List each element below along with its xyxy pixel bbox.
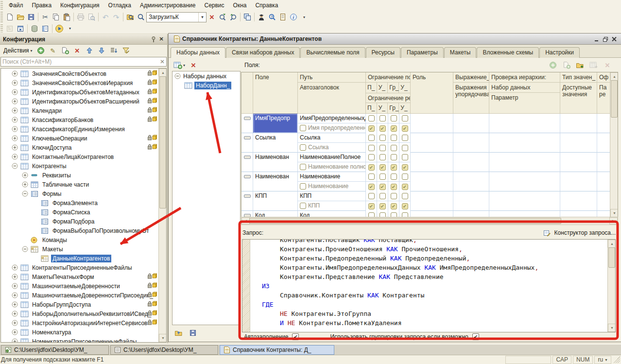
- search-help-icon[interactable]: ?: [267, 12, 277, 22]
- role-cell[interactable]: [411, 133, 453, 153]
- tree-item[interactable]: ДанныеКонтрагентов: [1, 254, 159, 263]
- flag-checkbox[interactable]: [368, 184, 375, 190]
- flag-checkbox[interactable]: [380, 135, 386, 141]
- flag-checkbox[interactable]: [368, 125, 375, 132]
- tree-item[interactable]: МакетыПечатныхФорм: [1, 272, 159, 281]
- flag-checkbox[interactable]: [368, 135, 375, 141]
- tree-item[interactable]: Формы: [1, 189, 159, 198]
- delete-dataset-icon[interactable]: ✕: [188, 60, 199, 70]
- tree-item[interactable]: Номенклатура: [1, 328, 159, 337]
- filter-button[interactable]: [121, 46, 131, 55]
- scroll-up-icon[interactable]: ▲: [608, 240, 616, 248]
- flag-checkbox[interactable]: [402, 184, 408, 190]
- tree-item[interactable]: Табличные части: [1, 180, 159, 189]
- expression-cell[interactable]: [453, 172, 489, 191]
- format-cell[interactable]: [597, 172, 610, 191]
- flag-checkbox[interactable]: [402, 125, 408, 132]
- copy-icon[interactable]: [51, 12, 61, 22]
- add-table-icon[interactable]: [588, 60, 599, 70]
- flag-checkbox[interactable]: [402, 135, 408, 141]
- title-checkbox[interactable]: [300, 144, 306, 151]
- field-name-cell[interactable]: ИмяПредопр: [253, 114, 298, 133]
- flag-checkbox[interactable]: [380, 203, 386, 209]
- taskbar-item[interactable]: C:\Users\jdfox\Desktop\УМ_: [110, 345, 218, 355]
- hierarchy-cell[interactable]: [489, 153, 560, 172]
- drag-handle[interactable]: [244, 156, 251, 159]
- edit-button[interactable]: ✎: [48, 46, 58, 55]
- tree-item[interactable]: КлассификаторБанков: [1, 115, 159, 124]
- flag-checkbox[interactable]: [391, 173, 397, 180]
- fields-table-scrollbar[interactable]: ▲ ▼: [610, 72, 618, 217]
- menu-edit[interactable]: Правка: [28, 1, 56, 10]
- tab-resources[interactable]: Ресурсы: [366, 47, 400, 58]
- tree-item[interactable]: Календари: [1, 106, 159, 115]
- flag-checkbox[interactable]: [368, 164, 375, 171]
- flag-checkbox[interactable]: [391, 203, 397, 209]
- expand-icon[interactable]: [22, 181, 28, 188]
- collapse-icon[interactable]: [174, 73, 181, 79]
- tree-item[interactable]: КлючиДоступа: [1, 143, 159, 152]
- menu-windows[interactable]: Окна: [229, 1, 251, 10]
- debug-more-icon[interactable]: ▾: [65, 24, 75, 34]
- flag-checkbox[interactable]: [380, 154, 386, 160]
- flag-checkbox[interactable]: [402, 173, 408, 180]
- expand-icon[interactable]: [12, 311, 18, 317]
- expand-icon[interactable]: [22, 172, 28, 178]
- value-type-cell[interactable]: [560, 114, 597, 133]
- copy-window-icon[interactable]: [242, 12, 253, 22]
- minimize-icon[interactable]: [592, 35, 601, 43]
- flag-checkbox[interactable]: [380, 164, 386, 171]
- dataset-item[interactable]: НаборДанн_: [172, 81, 240, 90]
- add-folder-icon[interactable]: [575, 60, 586, 70]
- flag-checkbox[interactable]: [380, 115, 386, 121]
- scrollbar-thumb[interactable]: [159, 76, 166, 208]
- expand-icon[interactable]: [12, 126, 18, 132]
- tree-item[interactable]: ФормаСписка: [1, 208, 159, 217]
- close-icon[interactable]: ✕: [157, 35, 165, 43]
- table-row[interactable]: ИмяПредопрИмяПредопределенныхДа_Имя пред…: [242, 114, 610, 133]
- drag-handle[interactable]: [244, 136, 251, 139]
- scroll-right-icon[interactable]: ▶: [609, 217, 618, 225]
- tree-item[interactable]: НоменклатураПрисоединенныеФайлы: [1, 337, 159, 343]
- flag-checkbox[interactable]: [368, 145, 375, 151]
- expand-icon[interactable]: [12, 89, 18, 95]
- search-icon[interactable]: [136, 12, 146, 22]
- expand-icon[interactable]: [12, 292, 18, 298]
- language-indicator[interactable]: ru▼: [594, 356, 611, 364]
- tree-item[interactable]: Контрагенты: [1, 161, 159, 171]
- tab-settings[interactable]: Настройки: [539, 47, 580, 58]
- flag-checkbox[interactable]: [368, 193, 375, 199]
- tree-item[interactable]: МашиночитаемыеДоверенностиПрисоедин_: [1, 291, 159, 300]
- expand-icon[interactable]: [12, 329, 18, 335]
- value-type-cell[interactable]: [560, 191, 597, 211]
- flag-checkbox[interactable]: [391, 164, 397, 171]
- close-icon[interactable]: [610, 35, 619, 43]
- tree-item[interactable]: Макеты: [1, 244, 159, 254]
- flag-checkbox[interactable]: [402, 193, 408, 199]
- drag-handle[interactable]: [244, 117, 251, 120]
- flag-checkbox[interactable]: [402, 154, 408, 160]
- drag-handle[interactable]: [244, 175, 251, 178]
- flag-checkbox[interactable]: [391, 145, 397, 151]
- pin-icon[interactable]: [150, 35, 157, 43]
- paste-icon[interactable]: [61, 12, 72, 22]
- role-cell[interactable]: [411, 191, 453, 211]
- clear-search-icon[interactable]: ✕: [160, 58, 165, 65]
- flag-checkbox[interactable]: [402, 164, 408, 171]
- hierarchy-cell[interactable]: [489, 191, 560, 211]
- field-name-cell[interactable]: Наименован: [253, 153, 298, 172]
- scroll-up-icon[interactable]: ▲: [610, 72, 618, 81]
- menu-administration[interactable]: Администрирование: [136, 1, 200, 10]
- flag-checkbox[interactable]: [391, 193, 397, 199]
- drag-handle[interactable]: [244, 194, 251, 198]
- tab-dataset-links[interactable]: Связи наборов данных: [226, 47, 300, 58]
- database-icon[interactable]: [29, 24, 40, 34]
- title-checkbox[interactable]: [300, 203, 306, 209]
- window-title-bar[interactable]: Справочник Контрагенты: ДанныеКонтрагент…: [169, 34, 621, 45]
- new-document-icon[interactable]: [4, 12, 15, 22]
- add-field-icon[interactable]: [548, 60, 558, 70]
- expand-icon[interactable]: [12, 107, 18, 114]
- expand-icon[interactable]: [12, 135, 18, 141]
- load-query-icon[interactable]: [173, 328, 184, 338]
- add-button[interactable]: [35, 46, 46, 55]
